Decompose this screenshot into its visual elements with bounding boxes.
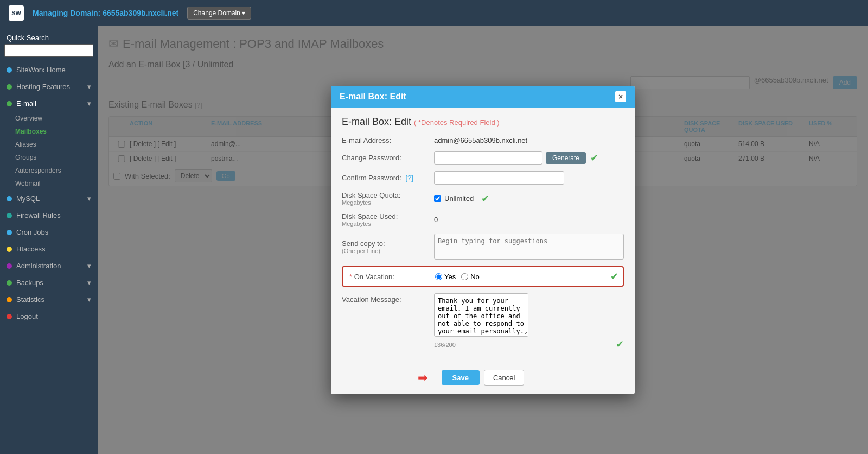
confirm-password-label: Confirm Password: [?] [342,174,434,182]
email-icon [7,101,12,106]
on-vacation-label: On Vacation: [347,273,435,281]
sidebar-sub-aliases[interactable]: Aliases [0,138,98,151]
email-address-row: E-mail Address: admin@6655ab309b.nxcli.n… [342,136,624,144]
sidebar-item-firewall-rules[interactable]: Firewall Rules [0,207,98,224]
main-layout: Quick Search SiteWorx Home Hosting Featu… [0,26,868,454]
disk-quota-row: Disk Space Quota: Megabytes Unlimited ✔ [342,191,624,206]
confirm-password-input[interactable] [434,171,564,185]
disk-used-row: Disk Space Used: Megabytes 0 [342,212,624,227]
sidebar-item-statistics[interactable]: Statistics ▾ [0,291,98,308]
firewall-icon [7,213,12,218]
logo: SW [9,5,24,21]
sidebar-sub-overview[interactable]: Overview [0,112,98,125]
change-password-input[interactable] [434,151,542,165]
sidebar-item-email[interactable]: E-mail ▾ [0,95,98,112]
email-address-label: E-mail Address: [342,136,434,144]
sidebar-item-administration[interactable]: Administration ▾ [0,257,98,274]
quota-check-icon: ✔ [481,193,489,205]
domain-name: 6655ab309b.nxcli.net [103,9,178,17]
sidebar-item-htaccess[interactable]: Htaccess [0,241,98,257]
dialog-title-row: E-mail Box: Edit ( *Denotes Required Fie… [342,116,624,128]
modal-overlay: E-mail Box: Edit × E-mail Box: Edit ( *D… [98,26,868,454]
sidebar-item-logout[interactable]: Logout [0,308,98,325]
dialog-header-title: E-mail Box: Edit [340,92,406,102]
sidebar-item-cron-jobs[interactable]: Cron Jobs [0,224,98,241]
dialog-header: E-mail Box: Edit × [331,86,635,108]
sidebar-item-backups[interactable]: Backups ▾ [0,274,98,291]
dialog-body: E-mail Box: Edit ( *Denotes Required Fie… [331,108,635,365]
vacation-yes-option[interactable]: Yes [435,273,456,281]
sidebar-item-siteworx-home[interactable]: SiteWorx Home [0,61,98,78]
change-domain-button[interactable]: Change Domain ▾ [187,7,251,20]
sidebar-sub-webmail[interactable]: Webmail [0,177,98,190]
vacation-message-row: Vacation Message: Thank you for your ema… [342,293,624,350]
sidebar: Quick Search SiteWorx Home Hosting Featu… [0,26,98,454]
required-note: ( *Denotes Required Field ) [414,118,500,127]
vacation-check-icon: ✔ [610,270,618,282]
top-bar: SW Managing Domain: 6655ab309b.nxcli.net… [0,0,868,26]
mysql-icon [7,196,12,201]
logout-icon [7,314,12,319]
admin-icon [7,263,12,269]
siteworx-home-icon [7,67,12,73]
quick-search-input[interactable] [4,44,93,57]
email-edit-dialog: E-mail Box: Edit × E-mail Box: Edit ( *D… [331,86,635,394]
backups-icon [7,280,12,286]
hosting-features-icon [7,84,12,90]
domain-info: Managing Domain: 6655ab309b.nxcli.net [33,9,178,17]
vacation-message-textarea[interactable]: Thank you for your email. I am currently… [434,293,528,337]
cancel-button[interactable]: Cancel [484,370,524,386]
vacation-yes-radio[interactable] [435,273,442,280]
vacation-radio-group: Yes No [435,273,606,281]
send-copy-textarea[interactable] [434,234,624,260]
confirm-password-hint: [?] [405,174,413,182]
sidebar-sub-autoresponders[interactable]: Autoresponders [0,164,98,177]
arrow-hint-icon: ➡ [418,371,427,385]
unlimited-label: Unlimited [444,194,474,203]
email-address-value: admin@6655ab309b.nxcli.net [434,136,624,144]
send-copy-row: Send copy to: (One per Line) [342,234,624,260]
cron-icon [7,230,12,235]
disk-quota-label: Disk Space Quota: Megabytes [342,191,434,206]
vacation-no-radio[interactable] [461,273,468,280]
char-count: 136/200 [434,342,456,348]
sidebar-item-hosting-features[interactable]: Hosting Features ▾ [0,78,98,95]
message-check-icon: ✔ [616,338,624,350]
send-copy-label: Send copy to: (One per Line) [342,239,434,254]
change-password-row: Change Password: Generate ✔ [342,151,624,165]
password-check-icon: ✔ [590,152,598,164]
sidebar-sub-groups[interactable]: Groups [0,151,98,164]
confirm-password-row: Confirm Password: [?] [342,171,624,185]
dialog-close-button[interactable]: × [615,91,626,102]
change-password-label: Change Password: [342,154,434,162]
generate-password-button[interactable]: Generate [546,152,586,164]
htaccess-icon [7,247,12,252]
quick-search-label: Quick Search [0,30,98,44]
vacation-message-label: Vacation Message: [342,293,434,304]
dialog-footer: ➡ Save Cancel [331,365,635,394]
save-button[interactable]: Save [442,370,480,385]
unlimited-checkbox[interactable] [434,195,441,202]
vacation-no-option[interactable]: No [461,273,480,281]
on-vacation-row: On Vacation: Yes No ✔ [342,266,624,287]
disk-used-label: Disk Space Used: Megabytes [342,212,434,227]
sidebar-item-mysql[interactable]: MySQL ▾ [0,190,98,207]
content-area: ✉ E-mail Management : POP3 and IMAP Mail… [98,26,868,454]
disk-used-value: 0 [434,216,624,224]
sidebar-sub-mailboxes[interactable]: Mailboxes [0,125,98,138]
stats-icon [7,297,12,302]
